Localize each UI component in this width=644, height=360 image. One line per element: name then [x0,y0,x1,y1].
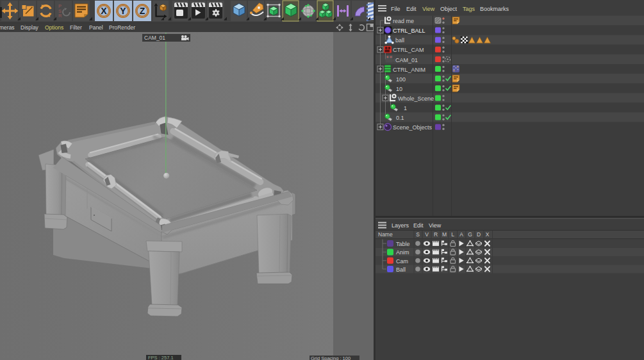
svg-text:View: View [422,6,435,12]
svg-text:L: L [451,231,454,238]
svg-text:Y: Y [120,6,126,16]
svg-text:100: 100 [396,76,406,83]
svg-text:R: R [58,13,62,19]
svg-text:10: 10 [396,86,402,92]
svg-text:CTRL_ANIM: CTRL_ANIM [393,67,425,73]
svg-text:0.1: 0.1 [396,115,404,121]
svg-text:V: V [425,231,429,238]
svg-text:Cam: Cam [396,258,408,265]
svg-text:D: D [477,231,481,238]
svg-text:Table: Table [396,241,410,247]
svg-text:G: G [468,231,472,238]
svg-text:Name: Name [378,231,393,238]
svg-text:Edit: Edit [406,6,417,12]
svg-text:CAM_01: CAM_01 [395,57,418,63]
svg-text:Bookmarks: Bookmarks [480,6,509,12]
svg-text:S: S [416,231,420,238]
svg-text:Edit: Edit [413,222,424,229]
svg-text:read me: read me [393,18,414,24]
svg-text:Tags: Tags [463,6,475,12]
svg-text:R: R [434,231,438,238]
svg-text:View: View [429,222,442,229]
svg-text:X: X [486,231,490,238]
svg-text:M: M [442,231,447,238]
svg-text:CTRL_BALL: CTRL_BALL [393,28,425,34]
svg-text:Anim: Anim [396,249,409,256]
svg-text:A: A [459,231,463,238]
svg-text:File: File [391,6,400,12]
svg-text:Ball: Ball [396,266,406,273]
svg-text:Object: Object [440,6,458,12]
svg-text:CTRL_CAM: CTRL_CAM [393,47,424,53]
svg-text:Z: Z [140,6,145,16]
svg-text:Layers: Layers [392,222,409,229]
svg-text:1: 1 [404,105,407,111]
svg-text:ball: ball [395,37,404,44]
svg-text:X: X [101,6,107,16]
svg-text:Scene_Objects: Scene_Objects [393,124,433,131]
svg-text:Whole_Scene: Whole_Scene [398,95,434,102]
